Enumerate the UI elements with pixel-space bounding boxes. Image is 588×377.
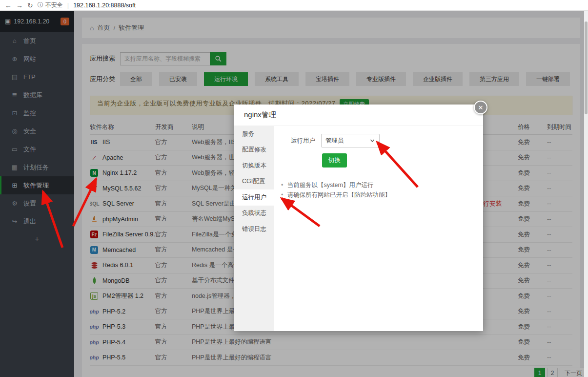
run-user-panel: 运行用户 管理员 切换 •当前服务以【system】用户运行•请确保所有网站已开… bbox=[274, 126, 483, 331]
note-item: •请确保所有网站已开启【防跨站功能】 bbox=[281, 190, 483, 200]
run-user-label: 运行用户 bbox=[291, 137, 315, 145]
dialog-tabs: 服务配置修改切换版本CGI配置运行用户负载状态错误日志 bbox=[234, 126, 274, 331]
scrollbar-thumb[interactable] bbox=[585, 21, 588, 114]
browser-forward-icon[interactable]: → bbox=[16, 2, 23, 9]
nginx-manage-dialog: ✕ nginx管理 服务配置修改切换版本CGI配置运行用户负载状态错误日志 运行… bbox=[234, 105, 483, 331]
bullet-icon: • bbox=[281, 190, 283, 200]
app-viewport: ▣ 192.168.1.20 0 ⌂首页⊕网站▤FTP≣数据库⊡监控◎安全▭文件… bbox=[0, 11, 588, 377]
run-user-form: 运行用户 管理员 bbox=[291, 134, 483, 147]
dialog-tab[interactable]: 配置修改 bbox=[234, 142, 274, 158]
browser-bar: ← → ↻ ⓘ 不安全 | 192.168.1.20:8888/soft bbox=[0, 0, 588, 11]
note-text: 请确保所有网站已开启【防跨站功能】 bbox=[287, 190, 391, 200]
switch-user-button[interactable]: 切换 bbox=[322, 153, 347, 168]
dialog-body: 服务配置修改切换版本CGI配置运行用户负载状态错误日志 运行用户 管理员 切换 … bbox=[234, 126, 483, 331]
run-user-select[interactable]: 管理员 bbox=[321, 134, 380, 147]
close-icon[interactable]: ✕ bbox=[474, 101, 487, 114]
bullet-icon: • bbox=[281, 180, 283, 190]
info-icon: ⓘ bbox=[38, 1, 43, 9]
security-label: 不安全 bbox=[45, 1, 63, 9]
dialog-tab[interactable]: 错误日志 bbox=[234, 221, 274, 237]
note-item: •当前服务以【system】用户运行 bbox=[281, 180, 483, 190]
chevron-down-icon bbox=[369, 138, 375, 144]
dialog-tab[interactable]: 负载状态 bbox=[234, 206, 274, 222]
dialog-title: nginx管理 bbox=[234, 105, 483, 126]
page-scrollbar bbox=[584, 21, 588, 377]
browser-refresh-icon[interactable]: ↻ bbox=[27, 2, 33, 9]
dialog-tab[interactable]: CGI配置 bbox=[234, 174, 274, 190]
run-user-notes: •当前服务以【system】用户运行•请确保所有网站已开启【防跨站功能】 bbox=[281, 180, 483, 200]
dialog-tab[interactable]: 服务 bbox=[234, 126, 274, 142]
run-user-select-value: 管理员 bbox=[325, 137, 344, 145]
dialog-tab[interactable]: 切换版本 bbox=[234, 158, 274, 174]
note-text: 当前服务以【system】用户运行 bbox=[287, 180, 373, 190]
security-chip[interactable]: ⓘ 不安全 bbox=[38, 1, 63, 9]
browser-back-icon[interactable]: ← bbox=[5, 2, 12, 9]
dialog-tab[interactable]: 运行用户 bbox=[234, 189, 274, 206]
address-divider: | bbox=[67, 1, 69, 9]
address-url[interactable]: 192.168.1.20:8888/soft bbox=[73, 2, 136, 9]
